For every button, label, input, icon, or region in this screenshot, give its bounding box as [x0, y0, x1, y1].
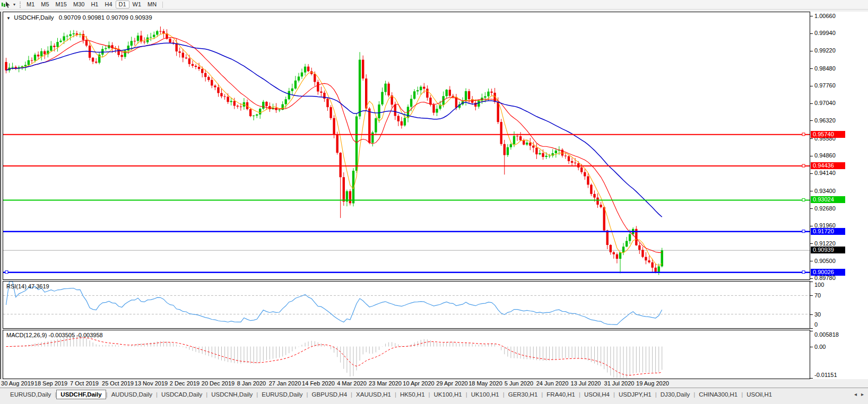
- price-axis-tick: [810, 156, 813, 156]
- chart-tab-audusd-daily[interactable]: AUDUSD,Daily: [108, 390, 156, 399]
- price-tick-label: 0.91220: [814, 240, 836, 247]
- macd-axis-tick: [810, 331, 813, 331]
- chart-tab-fra40-h1[interactable]: FRA40,H1: [543, 390, 579, 399]
- price-tick-label: 0.97040: [814, 100, 836, 106]
- timeframe-button-M1[interactable]: M1: [23, 1, 38, 8]
- date-label: 14 Feb 2020: [302, 380, 335, 387]
- rsi-axis-tick: [810, 314, 813, 315]
- rsi-axis-tick: [810, 295, 813, 296]
- price-axis-tick: [810, 103, 813, 104]
- price-axis-tick: [810, 208, 813, 209]
- date-label: 5 Jun 2020: [505, 380, 533, 387]
- date-label: 24 Jun 2020: [536, 380, 569, 387]
- rsi-tick-label: 0: [814, 321, 818, 328]
- date-label: 13 Jul 2020: [571, 380, 601, 387]
- tab-scroll-left-icon[interactable]: ◂: [852, 390, 859, 399]
- hline-price-label: 0.93024: [811, 196, 845, 203]
- timeframe-button-W1[interactable]: W1: [129, 1, 145, 8]
- price-axis-tick: [810, 16, 813, 16]
- macd-tick-label: 0.00: [814, 344, 826, 350]
- chart-tab-usdjpy-h1[interactable]: USDJPY,H1: [615, 390, 655, 399]
- date-label: 7 Oct 2019: [70, 380, 99, 387]
- price-chart-panel[interactable]: ▼ USDCHF,Daily 0.90709 0.90981 0.90709 0…: [3, 12, 810, 280]
- toolbar-separator: [162, 2, 163, 8]
- hline-price-label: 0.91720: [811, 228, 845, 235]
- chart-tab-eurusd-daily[interactable]: EURUSD,Daily: [258, 390, 306, 399]
- timeframe-button-H4[interactable]: H4: [101, 1, 115, 8]
- rsi-chart[interactable]: [3, 282, 810, 328]
- price-axis-tick: [810, 33, 813, 34]
- price-axis-tick: [810, 191, 813, 191]
- tab-scroll-right-icon[interactable]: ▸: [859, 390, 866, 399]
- chart-tab-usdcnh-daily[interactable]: USDCNH,Daily: [207, 390, 256, 399]
- hline-price-label: 0.95740: [811, 131, 845, 138]
- macd-label: MACD(12,26,9) -0.003505 -0.003958: [6, 332, 103, 338]
- date-label: 31 Jul 2020: [604, 380, 635, 387]
- date-label: 13 Nov 2019: [135, 380, 168, 387]
- date-label: 20 Dec 2019: [202, 380, 235, 387]
- macd-axis-tick: [810, 378, 813, 379]
- rsi-panel[interactable]: RSI(14) 47.3619: [3, 281, 810, 329]
- timeframe-button-M30[interactable]: M30: [70, 1, 88, 8]
- price-tick-label: 0.97760: [814, 82, 836, 89]
- chart-tab-usoil-h4[interactable]: USOil,H4: [580, 390, 613, 399]
- date-label: 29 Apr 2020: [436, 380, 467, 387]
- price-axis-tick: [810, 120, 813, 121]
- price-axis-tick: [810, 86, 813, 86]
- price-tick-label: 0.90500: [814, 258, 836, 264]
- macd-panel[interactable]: MACD(12,26,9) -0.003505 -0.003958: [3, 330, 810, 379]
- price-axis-tick: [810, 68, 813, 69]
- dropdown-caret-icon[interactable]: ▾: [12, 2, 17, 7]
- rsi-tick-label: 100: [814, 282, 824, 288]
- chart-tab-uk100-h1[interactable]: UK100,H1: [467, 390, 503, 399]
- rsi-axis-tick: [810, 282, 813, 282]
- timeframe-buttons: M1M5M15M30H1H4D1W1MN: [23, 1, 160, 8]
- date-label: 25 Oct 2019: [102, 380, 134, 387]
- rsi-label: RSI(14) 47.3619: [6, 283, 49, 289]
- tab-scroll-arrows: ◂▸: [852, 390, 866, 399]
- price-axis-tick: [810, 51, 813, 51]
- chart-tab-xauusd-h1[interactable]: XAUUSD,H1: [352, 390, 395, 399]
- hline-price-label: 0.94436: [811, 162, 845, 169]
- collapse-triangle-icon[interactable]: ▼: [6, 16, 11, 21]
- rsi-tick-label: 70: [814, 292, 821, 298]
- price-axis-tick: [810, 173, 813, 174]
- date-label: 23 Mar 2020: [369, 380, 402, 387]
- timeframe-button-M5[interactable]: M5: [38, 1, 52, 8]
- macd-tick-label: -0.01151: [814, 372, 837, 378]
- cursor-chart-icon[interactable]: [1, 1, 12, 8]
- candlestick-chart[interactable]: [3, 12, 810, 279]
- chart-tab-gbpusd-h4[interactable]: GBPUSD,H4: [308, 390, 351, 399]
- chart-tab-usdcad-daily[interactable]: USDCAD,Daily: [158, 390, 206, 399]
- chart-tab-ger30-h1[interactable]: GER30,H1: [505, 390, 542, 399]
- price-axis-tick: [810, 278, 813, 279]
- chart-tab-hk50-h1[interactable]: HK50,H1: [396, 390, 429, 399]
- date-label: 4 Mar 2020: [337, 380, 367, 387]
- chart-tab-dj30-daily[interactable]: DJ30,Daily: [657, 390, 694, 399]
- price-axis-tick: [810, 261, 813, 261]
- date-label: 19 Aug 2020: [636, 380, 669, 387]
- rsi-axis-tick: [810, 328, 813, 329]
- hline-price-label: 0.90026: [811, 269, 845, 276]
- timeframe-button-D1[interactable]: D1: [116, 1, 129, 8]
- macd-tick-label: 0.005818: [814, 331, 839, 338]
- date-label: 27 Jan 2020: [269, 380, 301, 387]
- price-tick-label: 0.92680: [814, 205, 836, 212]
- chart-tab-eurusd-daily[interactable]: EURUSD,Daily: [6, 390, 55, 399]
- chart-tab-usdchf-daily[interactable]: USDCHF,Daily: [56, 390, 106, 399]
- chart-tab-uk100-h1[interactable]: UK100,H1: [430, 390, 466, 399]
- rsi-tick-label: 30: [814, 311, 821, 318]
- price-tick-label: 0.94140: [814, 170, 836, 176]
- chart-tab-china300-h1[interactable]: CHINA300,H1: [695, 390, 741, 399]
- price-tick-label: 0.93400: [814, 188, 836, 194]
- timeframe-button-MN[interactable]: MN: [144, 1, 160, 8]
- chart-tab-usoil-h1[interactable]: USOil,H1: [743, 390, 776, 399]
- symbol-period-label: USDCHF,Daily: [14, 14, 54, 21]
- price-tick-label: 0.94860: [814, 152, 836, 159]
- macd-chart[interactable]: [3, 330, 810, 379]
- current-price-label: 0.90939: [811, 247, 845, 253]
- timeframe-button-H1[interactable]: H1: [88, 1, 101, 8]
- date-label: 18 Sep 2019: [34, 380, 67, 387]
- timeframe-button-M15[interactable]: M15: [53, 1, 70, 8]
- toolbar-grip: [20, 2, 21, 8]
